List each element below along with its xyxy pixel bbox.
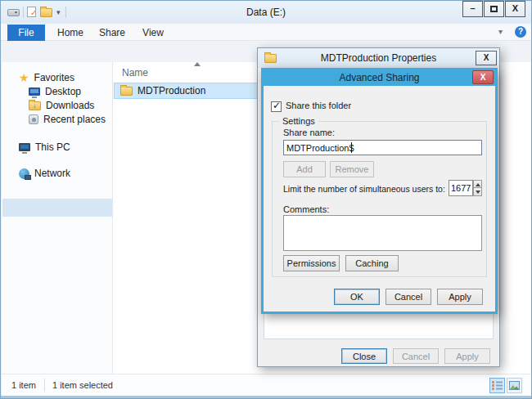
details-view-icon [492,380,503,391]
comments-textarea[interactable] [283,215,482,251]
maximize-button[interactable] [484,1,504,17]
properties-dialog-titlebar: MDTProduction Properties X [258,48,499,68]
ribbon-tab-bar: File Home Share View ▾ ? [1,24,531,41]
folder-icon [120,87,133,96]
view-thumbnails-button[interactable] [507,378,522,393]
advanced-sharing-title: Advanced Sharing [264,70,495,86]
window-title: Data (E:) [1,1,531,24]
user-limit-input[interactable] [449,180,473,196]
ribbon-collapse-icon[interactable]: ▾ [498,27,503,36]
properties-cancel-button[interactable]: Cancel [393,348,439,364]
down-arrow-icon [476,191,480,194]
caching-button[interactable]: Caching [345,255,399,271]
title-bar: Data (E:) ✓ ▾ – X [1,1,531,24]
properties-close-button[interactable]: Close [341,348,387,364]
apply-button[interactable]: Apply [437,289,483,305]
status-bar: 1 item 1 item selected [2,374,532,396]
sort-ascending-icon[interactable] [194,62,201,66]
help-button[interactable]: ? [515,26,526,38]
minimize-button[interactable]: – [462,1,483,17]
star-icon: ★ [19,72,29,83]
network-icon [19,168,29,179]
sidebar-item-label: Favorites [34,72,74,83]
quick-access-dropdown-icon[interactable]: ▾ [56,8,61,16]
tab-view[interactable]: View [135,25,171,41]
explorer-window: Data (E:) ✓ ▾ – X File Home Share View ▾… [0,0,532,399]
view-details-button[interactable] [489,378,505,393]
sidebar-item-recent-places[interactable]: Recent places [29,111,106,128]
sidebar-item-label: Downloads [46,100,94,111]
permissions-button[interactable]: Permissions [283,255,340,271]
spinner-up-button[interactable] [473,180,482,188]
share-this-folder-checkbox[interactable]: ✓ [271,101,282,112]
advanced-sharing-close-button[interactable]: X [472,70,494,84]
tab-share[interactable]: Share [92,25,132,41]
properties-dialog-title: MDTProduction Properties [258,48,499,68]
downloads-folder-icon: ↓ [29,101,41,110]
add-button[interactable]: Add [283,161,326,177]
column-header-name[interactable]: Name [122,67,148,78]
sidebar-selection-highlight [2,199,112,217]
properties-apply-button[interactable]: Apply [444,348,490,364]
sidebar-item-network[interactable]: Network [19,165,70,182]
up-arrow-icon [476,183,480,186]
tab-file[interactable]: File [7,25,45,41]
separator [65,7,66,18]
user-limit-spinner [449,180,482,196]
file-name-label: MDTProduction [138,85,205,96]
download-arrow-icon: ↓ [33,102,36,110]
comments-label: Comments: [283,204,329,214]
settings-group: Settings Share name: Add Remove Limit th… [272,121,487,277]
sidebar-item-label: Network [34,168,70,179]
file-row-mdtproduction[interactable]: MDTProduction [114,83,258,99]
share-name-label: Share name: [283,128,335,137]
sidebar-item-label: Recent places [43,114,106,125]
settings-group-label: Settings [279,116,318,126]
cancel-button[interactable]: Cancel [385,289,431,305]
thumbnails-view-icon [509,380,520,391]
separator [44,379,45,392]
close-button[interactable]: X [505,1,525,17]
share-this-folder-label[interactable]: Share this folder [286,101,351,110]
status-item-count: 1 item [11,380,36,390]
system-menu-icon[interactable] [7,9,20,16]
separator [23,7,24,18]
desktop-icon [29,87,40,96]
remove-button[interactable]: Remove [330,161,374,177]
sidebar-item-this-pc[interactable]: This PC [19,139,70,155]
tab-home[interactable]: Home [52,25,89,41]
share-name-input[interactable] [283,140,482,155]
quick-access-folder-icon[interactable] [40,8,52,17]
checkmark-icon: ✓ [273,100,281,111]
properties-close-icon-button[interactable]: X [476,51,497,65]
recent-places-icon [29,114,38,124]
doc-check-icon: ✓ [30,8,37,17]
advanced-sharing-dialog: Advanced Sharing X ✓ Share this folder S… [261,68,498,314]
status-selection-count: 1 item selected [52,380,113,390]
computer-icon [19,143,30,151]
window-bottom-edge [1,396,532,399]
ok-button[interactable]: OK [334,289,380,305]
sidebar-item-label: Desktop [45,86,81,97]
maximize-icon [490,6,498,12]
text-caret [351,142,352,153]
user-limit-label: Limit the number of simultaneous users t… [283,184,445,194]
sidebar-item-label: This PC [35,141,70,153]
spinner-down-button[interactable] [473,188,482,196]
